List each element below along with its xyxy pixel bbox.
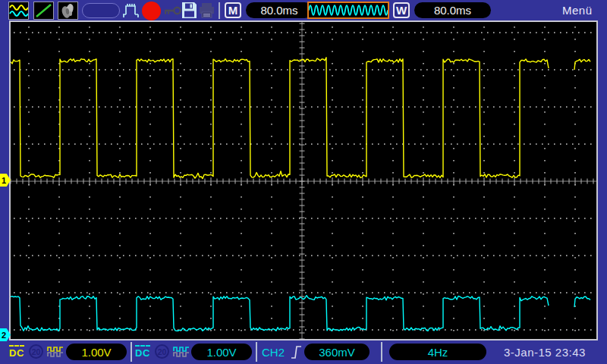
main-timebase-label: M bbox=[225, 2, 241, 18]
datetime-label: 3-Jan-15 23:43 bbox=[504, 346, 586, 359]
status-separator bbox=[256, 342, 257, 362]
ch1-squarewave-icon bbox=[47, 346, 64, 358]
top-toolbar: M 80.0ms W 80.0ms Menü bbox=[0, 0, 607, 21]
zoom-window-preview bbox=[307, 2, 389, 19]
save-icon bbox=[182, 2, 197, 18]
ramp-button[interactable] bbox=[33, 2, 54, 20]
status-bar: DC 20 1.00V DC 20 1.00V CH2 360mV 4Hz 3-… bbox=[0, 340, 607, 364]
window-timebase-value: 80.0ms bbox=[414, 2, 491, 18]
ch1-coupling-label: DC bbox=[9, 345, 24, 359]
ch1-invert-indicator bbox=[47, 346, 64, 361]
pulse-icon bbox=[122, 2, 140, 19]
ch2-bandwidth-badge: 20 bbox=[155, 344, 169, 359]
ch2-squarewave-icon bbox=[173, 346, 190, 358]
frequency-readout: 4Hz bbox=[389, 344, 486, 360]
key-indicator bbox=[164, 5, 181, 19]
save-indicator bbox=[182, 2, 197, 21]
graticule-and-traces bbox=[11, 22, 596, 339]
noise-thumb-icon bbox=[58, 2, 77, 19]
oscilloscope-screen: { "toolbar": { "menu_label": "Menü", "ma… bbox=[0, 0, 607, 364]
trigger-source-label: CH2 bbox=[262, 346, 285, 359]
key-icon bbox=[164, 5, 181, 16]
ch2-coupling-label: DC bbox=[135, 345, 150, 359]
status-separator bbox=[131, 342, 132, 362]
menu-button[interactable]: Menü bbox=[562, 4, 593, 17]
trigger-level-readout: 360mV bbox=[304, 344, 370, 360]
blank-field[interactable] bbox=[82, 3, 120, 18]
record-icon bbox=[142, 2, 161, 20]
ch1-scale-readout: 1.00V bbox=[66, 344, 127, 360]
ramp-icon bbox=[34, 2, 53, 19]
noise-thumb-button[interactable] bbox=[58, 2, 78, 20]
toolbar-separator bbox=[219, 2, 220, 19]
print-icon bbox=[199, 3, 215, 18]
window-timebase-label: W bbox=[393, 2, 410, 18]
rising-edge-icon bbox=[291, 344, 302, 360]
ch2-invert-indicator bbox=[173, 346, 190, 361]
status-separator bbox=[381, 342, 382, 362]
pulse-indicator bbox=[122, 2, 140, 22]
ch2-scale-readout: 1.00V bbox=[191, 344, 252, 360]
channel-waveforms-button[interactable] bbox=[8, 2, 29, 20]
print-indicator bbox=[199, 3, 215, 21]
waveform-display bbox=[9, 20, 598, 340]
trigger-slope bbox=[291, 344, 302, 363]
channel-waveforms-icon bbox=[9, 2, 28, 19]
zoom-sine-icon bbox=[309, 3, 388, 17]
ch1-bandwidth-badge: 20 bbox=[29, 344, 43, 359]
main-timebase-value: 80.0ms bbox=[246, 2, 313, 18]
